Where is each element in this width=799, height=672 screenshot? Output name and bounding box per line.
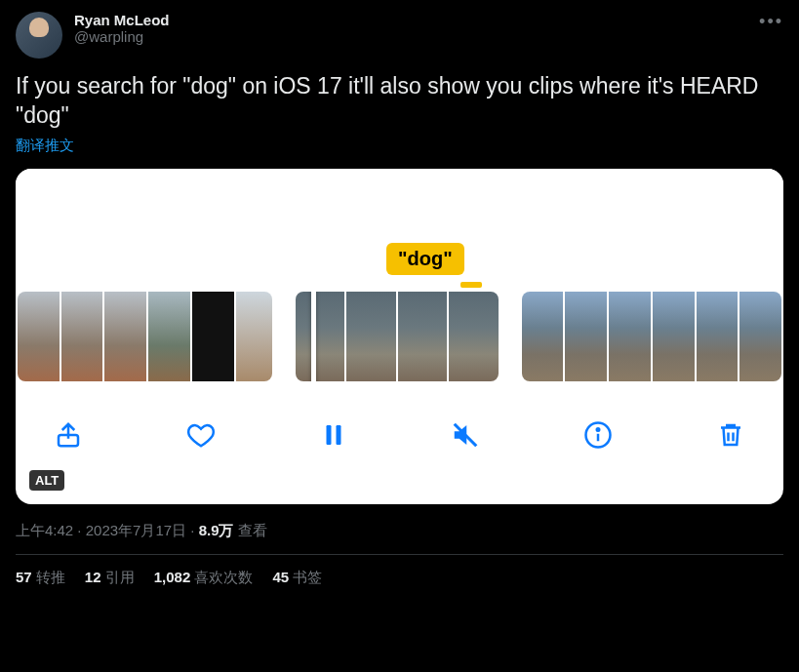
svg-rect-1 [326,425,331,445]
video-scrubber[interactable] [16,292,783,381]
author-name-block[interactable]: Ryan McLeod @warpling [74,12,170,45]
bookmarks-stat[interactable]: 45 书签 [272,569,322,587]
meta-date[interactable]: 2023年7月17日 [86,522,186,538]
author-display-name: Ryan McLeod [74,12,170,28]
clip-thumb [522,292,564,381]
views-label: 查看 [234,522,267,538]
tweet-header: Ryan McLeod @warpling ••• [16,12,783,59]
clip-thumb [104,292,146,381]
clip-thumb [739,292,781,381]
tweet-container: Ryan McLeod @warpling ••• If you search … [0,0,799,601]
caption-tick [460,282,482,288]
meta-time[interactable]: 上午4:42 [16,522,73,538]
clip-group[interactable] [18,292,272,381]
trash-icon[interactable] [711,415,750,455]
more-options-button[interactable]: ••• [759,12,783,32]
clip-thumb [653,292,695,381]
author-handle: @warpling [74,28,170,45]
clip-thumb [296,292,345,381]
quotes-stat[interactable]: 12 引用 [85,569,135,587]
clip-thumb [398,292,448,381]
clip-thumb [346,292,396,381]
svg-point-6 [597,428,600,431]
caption-pill: "dog" [386,243,464,275]
playhead[interactable] [311,292,316,381]
clip-thumb [192,292,234,381]
media-whitespace: "dog" [16,169,783,292]
alt-badge[interactable]: ALT [29,470,64,491]
translate-link[interactable]: 翻译推文 [16,137,783,155]
mute-icon[interactable] [446,415,485,455]
views-count: 8.9万 [199,522,234,538]
clip-thumb [18,292,60,381]
clip-thumb [565,292,607,381]
tweet-stats: 57 转推 12 引用 1,082 喜欢次数 45 书签 [16,555,783,601]
media-toolbar [16,381,783,467]
avatar[interactable] [16,12,62,59]
tweet-text: If you search for "dog" on iOS 17 it'll … [16,72,783,131]
share-icon[interactable] [49,415,88,455]
info-icon[interactable] [579,415,618,455]
clip-group[interactable] [522,292,781,381]
clip-thumb [236,292,272,381]
clip-thumb [148,292,190,381]
media-card[interactable]: "dog" [16,169,783,504]
likes-stat[interactable]: 1,082 喜欢次数 [154,569,254,587]
clip-thumb [61,292,103,381]
heart-icon[interactable] [181,415,220,455]
clip-group[interactable] [296,292,499,381]
clip-thumb [609,292,651,381]
pause-icon[interactable] [314,415,353,455]
clip-thumb [449,292,499,381]
retweets-stat[interactable]: 57 转推 [16,569,65,587]
tweet-meta: 上午4:42 · 2023年7月17日 · 8.9万 查看 [16,522,783,540]
clip-thumb [697,292,739,381]
svg-rect-2 [336,425,340,445]
